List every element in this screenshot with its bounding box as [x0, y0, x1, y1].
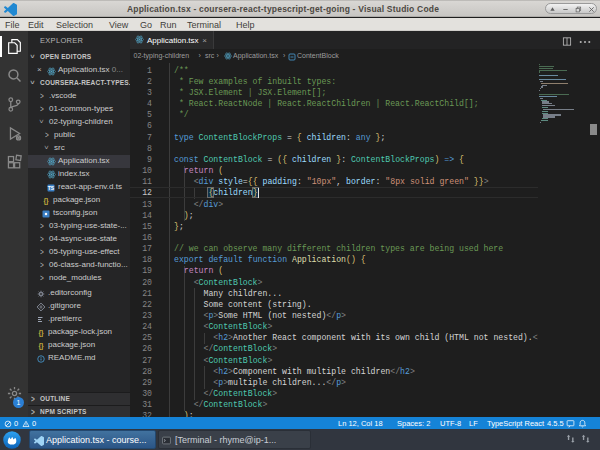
svg-text:{}: {} — [43, 197, 49, 205]
svg-text:{}: {} — [38, 329, 44, 337]
svg-text:TS: TS — [48, 185, 55, 191]
svg-text:{}: {} — [38, 342, 44, 350]
